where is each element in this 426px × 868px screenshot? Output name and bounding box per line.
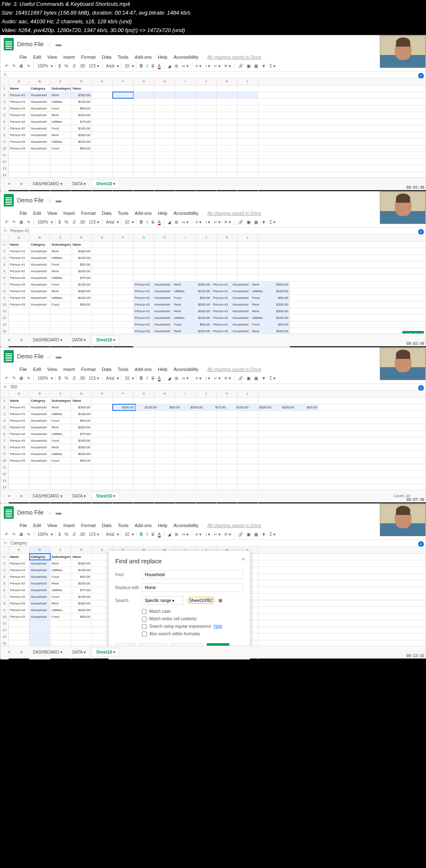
cell[interactable] [175,261,196,268]
format-123-icon[interactable]: 123 ▾ [87,375,100,381]
cell[interactable] [134,165,154,172]
cell[interactable] [154,112,175,118]
cell[interactable]: Person #1 [9,99,30,105]
cell[interactable]: $300.00 [192,308,212,314]
cell[interactable]: Food [50,301,71,308]
cell[interactable] [92,431,113,437]
cell[interactable] [92,139,113,145]
format-123-icon[interactable]: 123 ▾ [87,63,100,69]
cell[interactable] [113,458,134,464]
cell[interactable] [92,112,113,118]
cell[interactable] [175,438,196,444]
tab-sheet10[interactable]: Sheet10 ▾ [92,179,120,188]
cell[interactable]: $50.00 [270,321,290,328]
cell[interactable] [92,165,113,172]
cell[interactable] [238,444,258,450]
cell[interactable]: Person #3 [9,451,30,457]
col-header[interactable]: C [50,390,71,397]
cell[interactable]: Food [251,321,270,328]
cell[interactable]: Category [30,241,50,248]
cell[interactable] [238,92,258,98]
cell[interactable] [196,275,217,281]
cell[interactable] [71,159,92,165]
col-header[interactable]: F [113,234,134,241]
wrap-icon[interactable]: ↵ ▾ [213,531,222,537]
cell[interactable]: Utilities [50,607,71,613]
italic-icon[interactable]: I [145,531,149,537]
text-color-icon[interactable]: A [157,375,162,381]
functions-icon[interactable]: Σ ▾ [268,531,277,537]
cell[interactable] [113,152,134,158]
cell[interactable] [238,132,258,138]
menu-tools[interactable]: Tools [115,522,131,529]
cell[interactable] [71,620,92,627]
star-icon[interactable]: ☆ [47,353,52,360]
menu-accessibility[interactable]: Accessibility [171,366,201,373]
folder-icon[interactable]: ▬ [56,41,62,47]
all-sheets-icon[interactable]: ≡ [16,492,27,500]
cell[interactable] [238,241,258,248]
cell[interactable]: Person #1 [212,308,231,314]
row-header[interactable]: 2 [0,92,9,99]
cell[interactable] [92,471,113,477]
menu-edit[interactable]: Edit [31,210,44,216]
col-header[interactable]: F [113,390,134,397]
row-header[interactable]: 7 [0,281,9,288]
cell[interactable]: $50.00 [71,105,92,112]
cell[interactable] [196,152,217,158]
cell[interactable]: Household [30,600,50,607]
cell[interactable] [113,411,134,417]
cell[interactable]: Person #1 [134,281,153,288]
cell[interactable] [175,444,196,450]
cell[interactable]: $200.00 [71,451,92,457]
row-header[interactable]: 13 [0,634,9,640]
cell[interactable] [196,248,217,254]
cell[interactable] [238,139,258,145]
cell[interactable] [113,119,134,125]
row-header[interactable]: 10 [0,458,9,464]
cell[interactable]: Utilities [50,295,71,301]
cell[interactable] [92,92,113,98]
col-header[interactable]: J [196,390,217,397]
row-header[interactable]: 7 [0,594,9,600]
cell[interactable]: Person #2 [9,112,30,118]
cell[interactable] [92,321,113,328]
cell[interactable] [134,411,154,417]
cell[interactable] [196,139,217,145]
cell[interactable] [92,275,113,281]
cell[interactable] [196,125,217,132]
cell[interactable] [196,261,217,268]
cell[interactable]: Rent [251,301,270,308]
cell[interactable] [30,315,50,321]
cell[interactable]: Household [30,411,50,417]
tab-sheet10[interactable]: Sheet10 ▾ [92,492,120,500]
cell[interactable] [134,424,154,430]
row-header[interactable]: 13 [0,478,9,484]
cell[interactable] [175,132,196,138]
print-icon[interactable]: 🖶 [18,219,25,225]
cell[interactable]: $300.00 [250,404,273,410]
cell[interactable]: $50.00 [192,321,212,328]
row-header[interactable]: 13 [0,165,9,172]
cell[interactable] [134,418,154,424]
cell[interactable]: Household [153,281,173,288]
rotate-icon[interactable]: ⟳ ▾ [223,219,232,225]
cell[interactable] [134,275,154,281]
row-header[interactable]: 5 [0,424,9,431]
font-select[interactable]: Arial [105,375,116,381]
menu-edit[interactable]: Edit [31,366,44,373]
cell[interactable]: Person #2 [9,125,30,132]
cell[interactable]: Food [173,295,192,301]
italic-icon[interactable]: I [145,63,149,69]
cell[interactable] [196,92,217,98]
cell[interactable]: $300.00 [270,281,290,288]
cell[interactable] [154,159,175,165]
formula-bar[interactable]: fx [0,72,426,78]
cell[interactable] [134,398,154,404]
cell[interactable] [9,315,30,321]
cell[interactable]: Food [50,438,71,444]
cell[interactable]: $100.00 [71,567,92,573]
cell[interactable] [175,159,196,165]
cell[interactable] [134,112,154,118]
cell[interactable] [196,145,217,152]
